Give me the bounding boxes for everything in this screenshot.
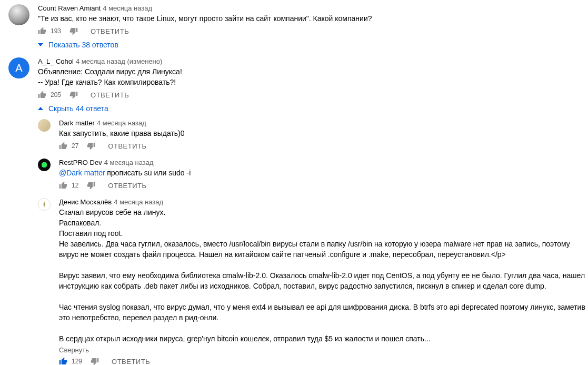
timestamp[interactable]: 4 месяца назад xyxy=(97,119,146,127)
thumb-down-icon xyxy=(87,142,95,150)
timestamp[interactable]: 4 месяца назад xyxy=(103,4,152,12)
like-button[interactable] xyxy=(38,27,46,35)
like-button[interactable] xyxy=(59,142,67,150)
thumb-up-icon xyxy=(59,142,67,150)
comment-header: A_L_ Cohol 4 месяца назад (изменено) xyxy=(38,57,588,65)
author-name[interactable]: A_L_ Cohol xyxy=(38,57,74,65)
reply-button[interactable]: ОТВЕТИТЬ xyxy=(91,91,129,99)
comment-header: Денис Москалёв 4 месяца назад xyxy=(59,198,588,206)
like-count: 27 xyxy=(72,142,78,150)
timestamp[interactable]: 4 месяца назад xyxy=(114,198,163,206)
comment-text: "Те из вас, кто не знают, что такое Linu… xyxy=(38,13,588,24)
comment-actions: 129 ОТВЕТИТЬ xyxy=(59,357,588,365)
thumb-down-icon xyxy=(87,181,95,190)
avatar-glyph-icon xyxy=(41,201,48,208)
thumb-up-icon xyxy=(59,357,67,365)
comment-body: Count Raven Amiant 4 месяца назад "Те из… xyxy=(38,4,588,49)
like-count: 129 xyxy=(72,358,82,365)
comment: A A_L_ Cohol 4 месяца назад (изменено) О… xyxy=(8,57,588,365)
like-count: 12 xyxy=(72,182,78,189)
timestamp[interactable]: 4 месяца назад xyxy=(104,159,154,166)
avatar[interactable] xyxy=(38,159,51,171)
like-button[interactable] xyxy=(59,357,67,365)
thumb-down-icon xyxy=(91,357,99,365)
dislike-button[interactable] xyxy=(69,91,78,99)
thumb-down-icon xyxy=(69,91,78,99)
comment-text: Скачал вирусов себе на линух. Распаковал… xyxy=(59,207,588,344)
like-count: 193 xyxy=(51,27,61,35)
like-button[interactable] xyxy=(38,91,46,99)
avatar[interactable] xyxy=(38,198,51,211)
dislike-button[interactable] xyxy=(87,181,95,190)
reply: RestPRO Dev 4 месяца назад @Dark matter … xyxy=(38,159,588,190)
comment-body: A_L_ Cohol 4 месяца назад (изменено) Объ… xyxy=(38,57,588,365)
reply-button[interactable]: ОТВЕТИТЬ xyxy=(108,182,146,190)
comment-actions: 27 ОТВЕТИТЬ xyxy=(59,142,588,150)
reply-button[interactable]: ОТВЕТИТЬ xyxy=(108,142,146,150)
thumb-up-icon xyxy=(59,181,67,190)
author-name[interactable]: Денис Москалёв xyxy=(59,198,112,206)
reply: Dark matter 4 месяца назад Как запустить… xyxy=(38,119,588,150)
timestamp[interactable]: 4 месяца назад (изменено) xyxy=(76,57,162,65)
thumb-up-icon xyxy=(38,27,46,35)
author-name[interactable]: Dark matter xyxy=(59,119,95,127)
author-name[interactable]: RestPRO Dev xyxy=(59,159,102,166)
comment-text-part: прописать su или sudo -i xyxy=(105,169,191,177)
dislike-button[interactable] xyxy=(87,142,95,150)
like-count: 205 xyxy=(51,91,61,98)
author-name[interactable]: Count Raven Amiant xyxy=(38,4,101,12)
thumb-up-icon xyxy=(38,91,46,99)
comment-header: RestPRO Dev 4 месяца назад xyxy=(59,159,588,166)
comment-body: Денис Москалёв 4 месяца назад Скачал вир… xyxy=(59,198,588,365)
comment-text: Как запустить, какие права выдать)0 xyxy=(59,128,588,139)
toggle-replies-label: Показать 38 ответов xyxy=(48,41,118,49)
comment-body: Dark matter 4 месяца назад Как запустить… xyxy=(59,119,588,150)
avatar[interactable]: A xyxy=(8,57,29,78)
mention-link[interactable]: @Dark matter xyxy=(59,169,105,177)
toggle-replies-label: Скрыть 44 ответа xyxy=(48,104,108,113)
caret-up-icon xyxy=(38,106,43,111)
dislike-button[interactable] xyxy=(69,27,78,35)
comment-actions: 205 ОТВЕТИТЬ xyxy=(38,91,588,99)
toggle-replies-button[interactable]: Показать 38 ответов xyxy=(38,41,588,49)
reply-button[interactable]: ОТВЕТИТЬ xyxy=(112,358,150,366)
dislike-button[interactable] xyxy=(91,357,99,365)
caret-down-icon xyxy=(38,42,43,47)
comment: Count Raven Amiant 4 месяца назад "Те из… xyxy=(8,4,588,49)
toggle-replies-button[interactable]: Скрыть 44 ответа xyxy=(38,104,588,113)
avatar[interactable] xyxy=(8,4,29,25)
comment-header: Count Raven Amiant 4 месяца назад xyxy=(38,4,588,12)
comment-text: @Dark matter прописать su или sudo -i xyxy=(59,167,588,178)
comment-actions: 12 ОТВЕТИТЬ xyxy=(59,181,588,190)
like-button[interactable] xyxy=(59,181,67,190)
comment-body: RestPRO Dev 4 месяца назад @Dark matter … xyxy=(59,159,588,190)
avatar[interactable] xyxy=(38,119,51,132)
read-less-button[interactable]: Свернуть xyxy=(59,346,588,354)
comment-actions: 193 ОТВЕТИТЬ xyxy=(38,27,588,35)
reply: Денис Москалёв 4 месяца назад Скачал вир… xyxy=(38,198,588,365)
comment-text: Объявление: Создали вирус для Линукса! -… xyxy=(38,66,588,87)
thumb-down-icon xyxy=(69,27,78,35)
comment-header: Dark matter 4 месяца назад xyxy=(59,119,588,127)
reply-button[interactable]: ОТВЕТИТЬ xyxy=(91,27,129,35)
